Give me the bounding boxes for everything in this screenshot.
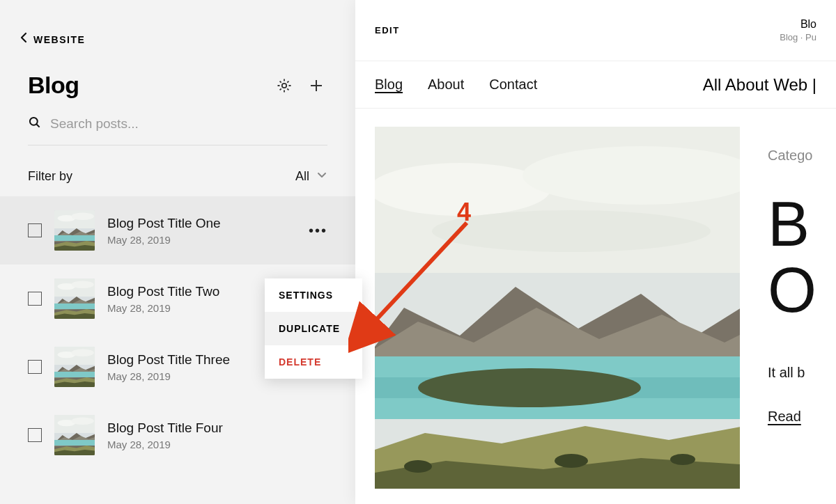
annotation-number: 4 <box>457 198 471 227</box>
plus-icon[interactable] <box>305 74 327 97</box>
post-thumbnail <box>54 278 95 319</box>
preview-panel: EDIT Blo Blog · Pu Blog About Contact Al… <box>355 0 836 504</box>
post-title: Blog Post Title Two <box>107 284 219 299</box>
nav-contact[interactable]: Contact <box>489 77 537 93</box>
gear-icon[interactable] <box>273 74 295 97</box>
checkbox[interactable] <box>28 223 42 237</box>
read-more-link[interactable]: Read <box>768 409 816 425</box>
menu-delete[interactable]: DELETE <box>265 345 362 379</box>
post-date: May 28, 2019 <box>107 439 223 450</box>
chevron-down-icon <box>316 169 327 184</box>
edit-button[interactable]: EDIT <box>375 25 400 36</box>
post-thumbnail <box>54 347 95 387</box>
post-thumbnail <box>54 415 95 455</box>
search-input[interactable] <box>50 116 327 132</box>
svg-point-23 <box>404 460 432 473</box>
svg-point-24 <box>555 454 588 468</box>
post-title: Blog Post Title One <box>107 216 221 231</box>
lead-text: It all b <box>768 365 816 381</box>
filter-row[interactable]: Filter by All <box>28 169 327 184</box>
preview-title: Blo <box>780 18 816 31</box>
menu-settings[interactable]: SETTINGS <box>265 278 362 312</box>
svg-point-25 <box>670 454 695 465</box>
post-item[interactable]: Blog Post Title Four May 28, 2019 <box>0 401 355 469</box>
post-date: May 28, 2019 <box>107 302 219 314</box>
preview-subtitle: Blog · Pu <box>780 32 816 42</box>
nav-blog[interactable]: Blog <box>375 77 403 93</box>
sidebar: WEBSITE Blog Filter by All Blog Post T <box>0 0 355 504</box>
svg-point-15 <box>432 210 711 252</box>
post-item[interactable]: Blog Post Title One May 28, 2019 ••• <box>0 196 355 265</box>
post-date: May 28, 2019 <box>107 370 230 382</box>
svg-point-9 <box>282 83 286 87</box>
checkbox[interactable] <box>28 360 42 374</box>
page-title: Blog <box>28 72 273 99</box>
back-button[interactable]: WEBSITE <box>0 0 355 47</box>
chevron-left-icon <box>20 32 28 47</box>
nav-about[interactable]: About <box>428 77 464 93</box>
context-menu: SETTINGS DUPLICATE DELETE <box>265 278 362 379</box>
search-icon <box>28 116 42 132</box>
more-icon[interactable]: ••• <box>309 223 327 239</box>
filter-value: All <box>295 169 309 184</box>
site-nav: Blog About Contact All About Web | <box>355 61 836 109</box>
post-thumbnail <box>54 210 95 251</box>
headline-line2: O <box>768 258 816 324</box>
post-title: Blog Post Title Four <box>107 420 223 436</box>
svg-point-10 <box>30 118 38 125</box>
checkbox[interactable] <box>28 292 42 306</box>
filter-label: Filter by <box>28 169 295 184</box>
post-title: Blog Post Title Three <box>107 352 230 368</box>
checkbox[interactable] <box>28 428 42 442</box>
svg-point-20 <box>418 368 641 407</box>
hero-image <box>375 127 740 489</box>
site-title: All About Web | <box>703 75 816 95</box>
back-label: WEBSITE <box>33 34 85 45</box>
category-label: Catego <box>768 148 816 164</box>
headline-line1: B <box>768 191 816 258</box>
post-date: May 28, 2019 <box>107 234 221 246</box>
menu-duplicate[interactable]: DUPLICATE <box>265 312 362 345</box>
